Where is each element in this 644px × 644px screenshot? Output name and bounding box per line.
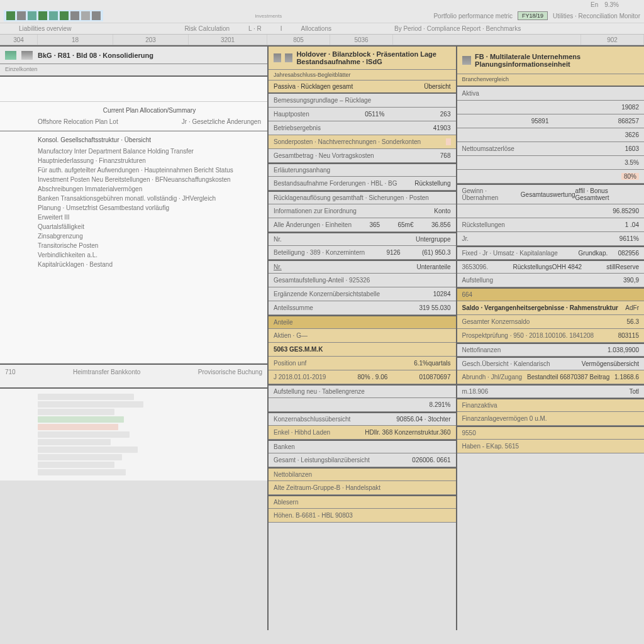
export-icon[interactable] bbox=[81, 11, 90, 20]
data-row[interactable]: Fixed · Jr · Umsatz · KapitalanlageGrund… bbox=[457, 246, 645, 260]
left-panel-header: BkG · R81 · Bld 08 · Konsolidierung bbox=[0, 45, 267, 64]
data-row[interactable]: Aktien · G— bbox=[269, 329, 456, 343]
view-icon[interactable] bbox=[70, 11, 79, 20]
data-row[interactable]: Gesamter Konzernsaldo56.3 bbox=[457, 315, 645, 329]
col-hdr[interactable]: 805 bbox=[267, 35, 330, 45]
left-bottom-c: Provisorische Buchung bbox=[198, 369, 262, 384]
data-row[interactable]: 3626 bbox=[457, 128, 645, 142]
data-row[interactable]: Nettofinanzen1.038,9900 bbox=[457, 343, 645, 357]
subtool-item[interactable]: I bbox=[280, 25, 282, 32]
toolbar-right-label2: Utilities · Reconciliation Monitor bbox=[553, 13, 640, 19]
data-row[interactable]: Aufstellung390,9 bbox=[457, 274, 645, 287]
data-row[interactable]: Gesamtaufstellung-Anteil · 925326 bbox=[269, 274, 456, 287]
doc-icon[interactable] bbox=[28, 11, 36, 20]
print-icon[interactable] bbox=[60, 11, 69, 20]
tools-icon[interactable] bbox=[92, 11, 101, 20]
data-row[interactable]: Nr.Unteranteile bbox=[269, 260, 456, 274]
data-row[interactable]: Anteilssumme319 55.030 bbox=[269, 301, 456, 315]
data-row[interactable]: 9550 bbox=[457, 426, 645, 440]
list-item[interactable]: Investment Posten Neu Bereitstellungen ·… bbox=[38, 175, 261, 184]
fiscal-year-badge[interactable]: FY18/19 bbox=[518, 11, 548, 20]
data-row[interactable]: Bestandsaufnahme Forderungen · HBL · BGR… bbox=[269, 177, 456, 191]
data-row[interactable]: Gesch.Übersicht · KalendarischVermögensü… bbox=[457, 357, 645, 370]
col-hdr[interactable]: 304 bbox=[0, 35, 38, 45]
data-row[interactable]: Hauptposten0511%263 bbox=[269, 108, 456, 121]
data-row[interactable]: 80% bbox=[457, 170, 645, 184]
data-row[interactable]: 95891868257 bbox=[457, 114, 645, 128]
data-row[interactable]: 3.5% bbox=[457, 156, 645, 170]
data-row[interactable]: Sonderposten · Nachtverrechnungen · Sond… bbox=[269, 135, 456, 149]
data-row[interactable]: Informationen zur EinordnungKonto bbox=[269, 204, 456, 218]
data-row[interactable]: Alle Änderungen · Einheiten36565m€36.856 bbox=[269, 218, 456, 232]
data-row[interactable]: Ablesern bbox=[269, 495, 456, 509]
list-item[interactable]: Zinsabgrenzung bbox=[38, 231, 261, 241]
data-row[interactable]: 19082 bbox=[457, 101, 645, 114]
data-row[interactable]: Gesamtbetrag · Neu Vortragskosten768 bbox=[269, 149, 456, 163]
top-percent: 9.3% bbox=[604, 1, 619, 8]
data-row[interactable]: Bemessungsgrundlage – Rücklage bbox=[269, 94, 456, 108]
col-hdr[interactable] bbox=[393, 35, 581, 45]
data-row[interactable]: Alte Zeitraum-Gruppe-B · Handelspakt bbox=[269, 481, 456, 495]
data-row[interactable]: 96.85290 bbox=[457, 204, 645, 218]
col-hdr[interactable]: 18 bbox=[38, 35, 113, 45]
calendar-icon[interactable] bbox=[49, 11, 58, 20]
data-row[interactable]: Rücklagenauflösung gesamthaft · Sicherun… bbox=[269, 191, 456, 204]
data-row[interactable]: Position unf6.1%quartals bbox=[269, 357, 456, 370]
data-row[interactable]: 3653096.RückstellungsOHH 4842stillReserv… bbox=[457, 260, 645, 274]
subtool-item[interactable]: By Period · Compliance Report · Benchmar… bbox=[394, 25, 521, 32]
data-row[interactable]: Aufstellung neu · Tabellengrenze bbox=[269, 384, 456, 398]
data-row[interactable]: J 2018.01.01-201980% . 9.06010870697 bbox=[269, 370, 456, 384]
list-item[interactable]: Banken Transaktionsgebühren monatl. voll… bbox=[38, 194, 261, 203]
data-row[interactable]: Abrundh · Jhl/ZugangBestandteil 66870387… bbox=[457, 370, 645, 384]
list-item[interactable]: Quartalsfälligkeit bbox=[38, 222, 261, 231]
data-row[interactable]: Nr.Untergruppe bbox=[269, 232, 456, 246]
data-row[interactable]: Höhen. B-6681 - HBL 90803 bbox=[269, 509, 456, 523]
data-row[interactable]: Banken bbox=[269, 440, 456, 453]
data-row[interactable]: Rückstellungen1 .04 bbox=[457, 218, 645, 232]
list-item[interactable]: Erweitert III bbox=[38, 213, 261, 222]
data-row[interactable]: Gewinn · ÜbernahmenGesamtauswertungaffil… bbox=[457, 184, 645, 204]
list-item[interactable]: Für auth. aufgeteilter Aufwendungen · Ha… bbox=[38, 165, 261, 175]
right-panel-header: FB · Multilaterale Unternehmens Planungs… bbox=[457, 45, 645, 74]
data-row[interactable]: Konzernabschlussübersicht90856.04 · 3toc… bbox=[269, 412, 456, 426]
list-item[interactable]: Abschreibungen Immaterialvermögen bbox=[38, 184, 261, 194]
subtool-item[interactable]: L · R bbox=[248, 25, 262, 32]
subtool-item[interactable]: Allocations bbox=[301, 25, 331, 32]
col-hdr[interactable]: 3201 bbox=[189, 35, 267, 45]
data-row[interactable]: Aktiva bbox=[457, 87, 645, 101]
list-item[interactable]: Planung · Umsetzfrist Gesamtbestand vorl… bbox=[38, 203, 261, 213]
data-row[interactable]: 664 bbox=[457, 287, 645, 301]
data-row[interactable]: Erläuterungsanhang bbox=[269, 163, 456, 177]
data-row[interactable]: Jr.9611% bbox=[457, 232, 645, 246]
data-row[interactable]: Saldo · Vergangenheitsergebnisse · Rahme… bbox=[457, 301, 645, 315]
list-item[interactable]: Verbindlichkeiten a.L. bbox=[38, 250, 261, 260]
user-icon[interactable] bbox=[17, 11, 26, 20]
data-row[interactable]: Enkel · Hibhd LadenHDllr. 368 Konzernstr… bbox=[269, 426, 456, 440]
col-hdr[interactable]: 902 bbox=[581, 35, 644, 45]
list-item[interactable]: Hauptniederlassung · Finanzstrukturen bbox=[38, 156, 261, 165]
data-row[interactable]: Anteile bbox=[269, 315, 456, 329]
subtool-item[interactable]: Risk Calculation bbox=[184, 25, 230, 32]
data-row[interactable]: Prospektprüfung · 950 · 2018.100106. 184… bbox=[457, 329, 645, 343]
data-row[interactable]: Haben - EKap. 5615 bbox=[457, 440, 645, 453]
grid-icon[interactable] bbox=[38, 11, 47, 20]
data-row[interactable]: Nettoumsatzerlöse1603 bbox=[457, 142, 645, 156]
data-row[interactable]: Ergänzende Konzernübersichtstabelle10284 bbox=[269, 287, 456, 301]
chart-icon[interactable] bbox=[6, 11, 15, 20]
data-row[interactable]: Finanzaktiva bbox=[457, 398, 645, 412]
col-hdr[interactable]: 203 bbox=[113, 35, 189, 45]
list-item[interactable]: Kapitalrücklagen · Bestand bbox=[38, 260, 261, 269]
data-row[interactable]: 8.291% bbox=[269, 398, 456, 412]
data-row[interactable]: Gesamt · Leistungsbilanzübersicht026006.… bbox=[269, 453, 456, 467]
list-item[interactable]: Transitorische Posten bbox=[38, 241, 261, 250]
subtool-item[interactable]: Liabilities overview bbox=[19, 25, 71, 32]
data-row[interactable]: Beteiligung · 389 · Konzernintern9126(61… bbox=[269, 246, 456, 260]
data-row[interactable]: 5063 GES.M.M.K bbox=[269, 343, 456, 357]
data-row[interactable]: Nettobilanzen bbox=[269, 467, 456, 481]
data-row[interactable]: Betriebsergebnis41903 bbox=[269, 121, 456, 135]
mid-panel-sub1: Jahresabschluss-Begleitblätter bbox=[269, 70, 456, 80]
col-hdr[interactable]: 5036 bbox=[330, 35, 393, 45]
data-row[interactable]: Finanzanlagevermögen 0 u.M. bbox=[457, 412, 645, 426]
list-item[interactable]: Manufactory Inter Department Balance Hol… bbox=[38, 147, 261, 156]
data-row[interactable]: m.18.906Totl bbox=[457, 384, 645, 398]
